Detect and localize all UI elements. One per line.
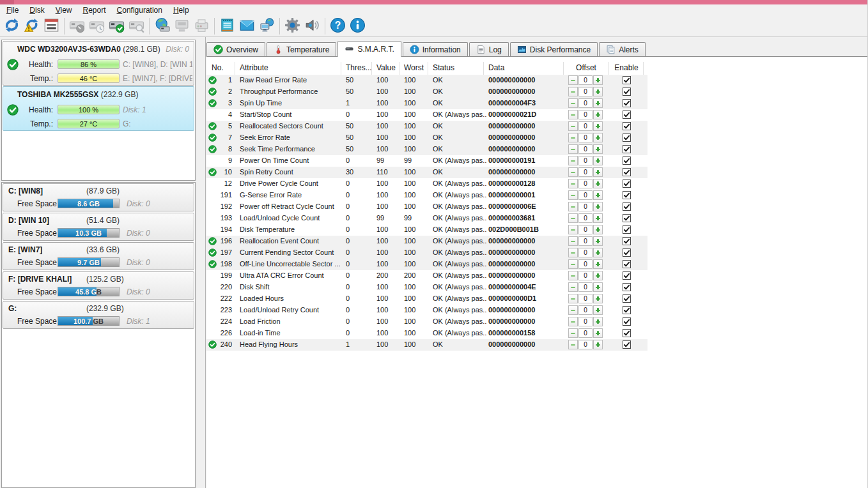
offset-decrease-button[interactable]: [568, 179, 578, 188]
offset-decrease-button[interactable]: [568, 167, 578, 177]
enable-checkbox[interactable]: [623, 237, 631, 245]
enable-checkbox[interactable]: [623, 76, 631, 84]
menu-view[interactable]: View: [50, 4, 78, 16]
partition-card[interactable]: G:(232.9 GB)Free Space100.7 GB100.7 GBDi…: [3, 301, 194, 329]
offset-increase-button[interactable]: [593, 271, 603, 280]
disk-card[interactable]: TOSHIBA MK2555GSX (232.9 GB)Health:100 %…: [3, 86, 194, 131]
enable-checkbox[interactable]: [623, 133, 631, 142]
menu-disk[interactable]: Disk: [24, 4, 50, 16]
enable-checkbox[interactable]: [623, 306, 631, 314]
offset-decrease-button[interactable]: [568, 317, 578, 326]
enable-checkbox[interactable]: [623, 179, 631, 188]
smart-attribute-row[interactable]: 224Load Friction0100100OK (Always pas...…: [206, 316, 647, 328]
enable-checkbox[interactable]: [623, 122, 631, 130]
smart-attribute-row[interactable]: 191G-Sense Error Rate0100100OK (Always p…: [206, 190, 647, 201]
partition-card[interactable]: C: [WIN8](87.9 GB)Free Space8.6 GB8.6 GB…: [3, 183, 194, 211]
enable-checkbox[interactable]: [623, 271, 631, 280]
smart-attribute-row[interactable]: 196Reallocation Event Count0100100OK (Al…: [206, 236, 647, 247]
tab-alerts[interactable]: Alerts: [599, 42, 646, 56]
tab-temperature[interactable]: Temperature: [267, 42, 336, 56]
offset-increase-button[interactable]: [593, 110, 603, 119]
offset-decrease-button[interactable]: [568, 87, 578, 96]
offset-decrease-button[interactable]: [568, 340, 578, 349]
menu-help[interactable]: Help: [168, 4, 195, 16]
enable-checkbox[interactable]: [623, 202, 631, 211]
settings-button[interactable]: [283, 17, 302, 36]
report-button[interactable]: [42, 17, 61, 36]
enable-checkbox[interactable]: [623, 111, 631, 119]
column-header-attribute[interactable]: Attribute: [240, 63, 268, 72]
offset-increase-button[interactable]: [593, 305, 603, 315]
offset-decrease-button[interactable]: [568, 271, 578, 280]
enable-checkbox[interactable]: [623, 156, 631, 165]
column-header-status[interactable]: Status: [433, 63, 454, 72]
offset-decrease-button[interactable]: [568, 282, 578, 292]
refresh-button[interactable]: [2, 17, 22, 36]
offset-increase-button[interactable]: [593, 87, 603, 96]
offset-decrease-button[interactable]: [568, 156, 578, 165]
enable-checkbox[interactable]: [623, 145, 631, 153]
smart-attribute-row[interactable]: 3Spin Up Time1100100OK0000000004F30: [206, 98, 647, 109]
enable-checkbox[interactable]: [623, 191, 631, 199]
tab-log[interactable]: Log: [469, 42, 509, 56]
offset-increase-button[interactable]: [593, 179, 603, 188]
smart-attribute-row[interactable]: 9Power On Time Count09999OK (Always pas.…: [206, 155, 647, 167]
offset-decrease-button[interactable]: [568, 328, 578, 338]
smart-attribute-row[interactable]: 192Power off Retract Cycle Count0100100O…: [206, 201, 647, 213]
offset-decrease-button[interactable]: [568, 305, 578, 315]
menu-configuration[interactable]: Configuration: [112, 4, 168, 16]
tab-disk-performance[interactable]: Disk Performance: [510, 42, 598, 56]
offset-decrease-button[interactable]: [568, 202, 578, 211]
enable-checkbox[interactable]: [623, 340, 631, 349]
smart-attribute-row[interactable]: 222Loaded Hours0100100OK (Always pas...0…: [206, 293, 647, 305]
menu-file[interactable]: File: [1, 4, 24, 16]
panel-divider[interactable]: [198, 37, 206, 488]
column-header-worst[interactable]: Worst: [404, 63, 424, 72]
smart-attribute-row[interactable]: 10Spin Retry Count30110100OK000000000000…: [206, 167, 647, 178]
tab-overview[interactable]: Overview: [206, 42, 265, 56]
smart-attribute-row[interactable]: 2Throughput Performance50100100OK0000000…: [206, 86, 647, 98]
network-monitor-button[interactable]: [257, 17, 277, 36]
offset-increase-button[interactable]: [593, 133, 603, 142]
log-report-button[interactable]: [217, 17, 237, 36]
sound-button[interactable]: [302, 17, 322, 36]
smart-attribute-row[interactable]: 7Seek Error Rate50100100OK0000000000000: [206, 132, 647, 144]
offset-increase-button[interactable]: [593, 236, 603, 246]
column-header-thres[interactable]: Thres...: [346, 63, 372, 72]
offset-increase-button[interactable]: [593, 167, 603, 177]
offset-decrease-button[interactable]: [568, 75, 578, 85]
offset-decrease-button[interactable]: [568, 248, 578, 257]
column-header-enable[interactable]: Enable: [611, 63, 642, 72]
enable-checkbox[interactable]: [623, 214, 631, 222]
smart-attribute-row[interactable]: 220Disk Shift0100100OK (Always pas...000…: [206, 282, 647, 293]
smart-attribute-row[interactable]: 194Disk Temperature0100100OK (Always pas…: [206, 224, 647, 236]
offset-decrease-button[interactable]: [568, 225, 578, 234]
offset-increase-button[interactable]: [593, 328, 603, 338]
partition-card[interactable]: D: [WIN 10](51.4 GB)Free Space10.3 GB10.…: [3, 213, 194, 241]
partition-card[interactable]: F: [DRIVE KHALI](125.2 GB)Free Space45.8…: [3, 271, 194, 300]
offset-decrease-button[interactable]: [568, 213, 578, 223]
column-header-offset[interactable]: Offset: [568, 63, 604, 72]
offset-decrease-button[interactable]: [568, 98, 578, 108]
smart-attribute-row[interactable]: 226Load-in Time0100100OK (Always pas...0…: [206, 328, 647, 339]
offset-decrease-button[interactable]: [568, 236, 578, 246]
offset-increase-button[interactable]: [593, 156, 603, 165]
column-header-value[interactable]: Value: [376, 63, 396, 72]
offset-decrease-button[interactable]: [568, 144, 578, 154]
enable-checkbox[interactable]: [623, 329, 631, 337]
offset-increase-button[interactable]: [593, 213, 603, 223]
help-button[interactable]: ?: [328, 17, 348, 36]
partition-card[interactable]: E: [WIN7](33.6 GB)Free Space9.7 GB9.7 GB…: [3, 242, 194, 270]
offset-increase-button[interactable]: [593, 294, 603, 303]
smart-attribute-row[interactable]: 199Ultra ATA CRC Error Count0200200OK (A…: [206, 270, 647, 282]
smart-attribute-row[interactable]: 1Raw Read Error Rate50100100OK0000000000…: [206, 75, 647, 86]
enable-checkbox[interactable]: [623, 225, 631, 234]
enable-checkbox[interactable]: [623, 99, 631, 107]
smart-attribute-row[interactable]: 223Load/Unload Retry Count0100100OK (Alw…: [206, 305, 647, 316]
enable-checkbox[interactable]: [623, 317, 631, 326]
smart-attribute-row[interactable]: 240Head Flying Hours1100100OK00000000000…: [206, 339, 647, 351]
smart-attribute-row[interactable]: 4Start/Stop Count0100100OK (Always pas..…: [206, 109, 647, 121]
column-header-no[interactable]: No.: [212, 63, 224, 72]
refresh-analyse-button[interactable]: [22, 17, 42, 36]
enable-checkbox[interactable]: [623, 283, 631, 291]
